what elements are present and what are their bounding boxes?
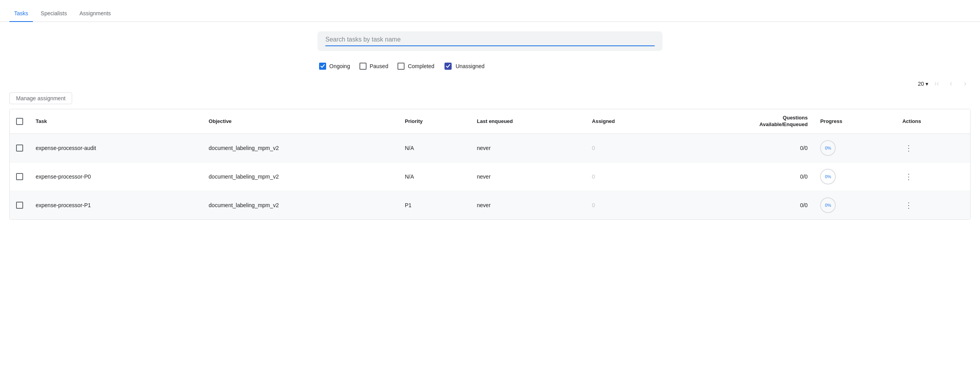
table-body: expense-processor-audit document_labelin… [10,134,970,219]
task-cell: expense-processor-P1 [29,191,202,219]
filter-row: Ongoing Paused Completed [318,57,662,70]
objective-cell: document_labeling_mpm_v2 [202,191,398,219]
search-input[interactable] [325,36,655,46]
table-row: expense-processor-P1 document_labeling_m… [10,191,970,219]
ongoing-label: Ongoing [329,63,350,69]
row-select-cell[interactable] [10,191,29,219]
tab-specialists[interactable]: Specialists [36,4,72,22]
progress-circle: 0% [820,169,836,184]
actions-cell[interactable]: ⋮ [896,191,970,219]
filter-completed[interactable]: Completed [397,63,434,70]
questions-cell: 0/0 [670,162,814,191]
row-checkbox[interactable] [16,145,23,152]
next-page-button[interactable] [960,78,971,89]
progress-cell: 0% [814,134,896,162]
assigned-cell: 0 [586,191,670,219]
manage-row: Manage assignment [9,92,971,104]
row-actions-button[interactable]: ⋮ [902,170,915,183]
tasks-table: Task Objective Priority Last enqueued As… [10,109,970,219]
paused-label: Paused [370,63,388,69]
last-enqueued-column-header: Last enqueued [471,109,586,134]
progress-circle: 0% [820,197,836,213]
priority-cell: N/A [399,162,471,191]
tab-assignments[interactable]: Assignments [75,4,116,22]
prev-page-button[interactable] [946,78,956,89]
task-column-header: Task [29,109,202,134]
assigned-cell: 0 [586,162,670,191]
progress-column-header: Progress [814,109,896,134]
paused-checkbox[interactable] [359,63,367,70]
per-page-selector[interactable]: 20 ▾ [918,81,928,87]
tabs-bar: Tasks Specialists Assignments [0,0,980,22]
last-enqueued-cell: never [471,191,586,219]
questions-cell: 0/0 [670,191,814,219]
per-page-value: 20 [918,81,924,87]
questions-cell: 0/0 [670,134,814,162]
filter-unassigned[interactable]: Unassigned [444,62,485,70]
assigned-column-header: Assigned [586,109,670,134]
pagination: 20 ▾ [918,78,971,89]
priority-cell: P1 [399,191,471,219]
table-row: expense-processor-audit document_labelin… [10,134,970,162]
tab-tasks[interactable]: Tasks [9,4,33,22]
progress-cell: 0% [814,162,896,191]
actions-column-header: Actions [896,109,970,134]
completed-label: Completed [408,63,434,69]
actions-cell[interactable]: ⋮ [896,134,970,162]
tasks-table-container: Task Objective Priority Last enqueued As… [9,109,971,220]
unassigned-checkbox[interactable] [444,62,452,70]
table-header-row: Task Objective Priority Last enqueued As… [10,109,970,134]
task-cell: expense-processor-P0 [29,162,202,191]
last-enqueued-cell: never [471,162,586,191]
ongoing-checkbox[interactable] [319,63,326,70]
progress-cell: 0% [814,191,896,219]
select-all-checkbox[interactable] [16,118,23,125]
progress-circle: 0% [820,140,836,156]
row-select-cell[interactable] [10,162,29,191]
pagination-section: 20 ▾ [9,78,971,89]
first-page-button[interactable] [931,78,942,89]
completed-checkbox[interactable] [397,63,405,70]
manage-assignment-button[interactable]: Manage assignment [9,92,72,104]
priority-cell: N/A [399,134,471,162]
objective-cell: document_labeling_mpm_v2 [202,162,398,191]
row-actions-button[interactable]: ⋮ [902,142,915,154]
per-page-dropdown-icon[interactable]: ▾ [926,81,928,87]
last-enqueued-cell: never [471,134,586,162]
objective-cell: document_labeling_mpm_v2 [202,134,398,162]
main-content: Ongoing Paused Completed [0,22,980,229]
unassigned-label: Unassigned [456,63,485,69]
actions-cell[interactable]: ⋮ [896,162,970,191]
assigned-cell: 0 [586,134,670,162]
task-cell: expense-processor-audit [29,134,202,162]
filter-paused[interactable]: Paused [359,63,388,70]
row-actions-button[interactable]: ⋮ [902,199,915,211]
row-checkbox[interactable] [16,202,23,209]
questions-column-header: QuestionsAvailable/Enqueued [670,109,814,134]
priority-column-header: Priority [399,109,471,134]
row-checkbox[interactable] [16,173,23,180]
search-container [318,31,662,51]
row-select-cell[interactable] [10,134,29,162]
objective-column-header: Objective [202,109,398,134]
table-row: expense-processor-P0 document_labeling_m… [10,162,970,191]
select-all-header[interactable] [10,109,29,134]
filter-ongoing[interactable]: Ongoing [319,63,350,70]
